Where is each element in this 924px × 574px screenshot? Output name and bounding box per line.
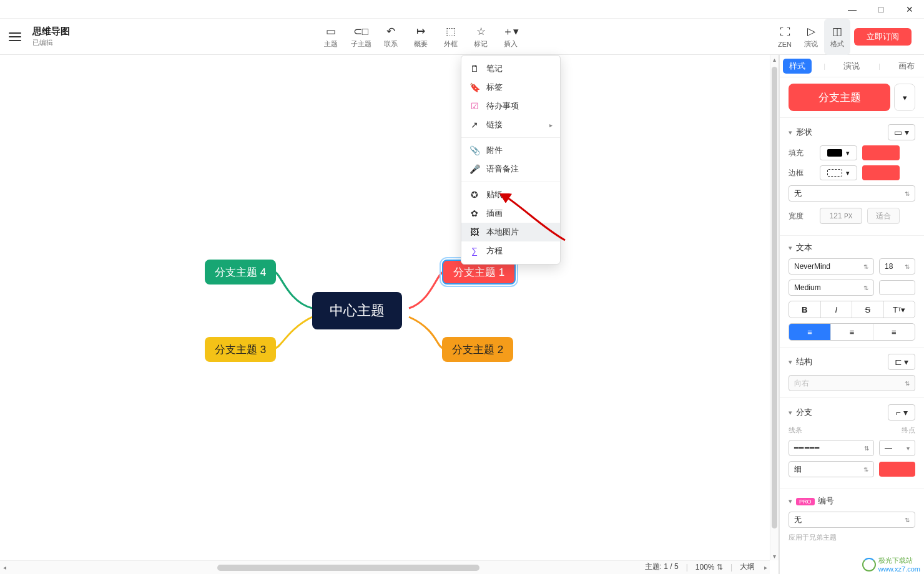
toolbar-insert[interactable]: ＋▾插入 (496, 19, 526, 55)
node-branch-3[interactable]: 分支主题 3 (205, 337, 276, 362)
node-branch-2[interactable]: 分支主题 2 (442, 337, 513, 362)
main-area: 中心主题 分支主题 1 分支主题 2 分支主题 3 分支主题 4 🗒笔记 🔖标签… (0, 55, 924, 574)
note-icon: 🗒 (469, 64, 480, 74)
scroll-down-icon[interactable]: ▾ (770, 552, 779, 560)
textcase-button[interactable]: TT ▾ (884, 301, 915, 318)
italic-button[interactable]: I (821, 301, 853, 318)
toolbar-format[interactable]: ◫格式 (824, 19, 850, 55)
numbering-select[interactable]: 无⇅ (789, 512, 915, 528)
align-left-button[interactable]: ≡ (789, 324, 831, 340)
summary-icon: ↦ (416, 24, 425, 38)
toolbar-subtheme[interactable]: ⊂□子主题 (346, 19, 376, 55)
menu-todo[interactable]: ☑待办事项 (461, 97, 560, 115)
pro-badge: PRO (796, 498, 815, 505)
watermark: 极光下载站www.xz7.com (862, 556, 920, 573)
section-numbering: ▾PRO编号 无⇅ 应用于兄弟主题 (780, 489, 924, 548)
fill-label: 填充 (789, 148, 815, 158)
fit-button[interactable]: 适合 (867, 208, 900, 224)
hscroll-thumb[interactable] (217, 565, 479, 571)
subtopic-icon: ⊂□ (353, 24, 368, 38)
submenu-arrow-icon: ▸ (549, 122, 553, 129)
align-center-button[interactable]: ≡ (831, 324, 873, 340)
window-maximize-button[interactable]: □ (867, 0, 895, 19)
font-weight-select[interactable]: Medium⇅ (789, 280, 874, 296)
fill-color-picker[interactable]: ▾ (820, 145, 857, 160)
menu-sticker[interactable]: ✪贴纸 (461, 185, 560, 204)
font-color-swatch[interactable] (879, 280, 915, 295)
branch-topic-button[interactable]: 分支主题 (789, 84, 890, 111)
status-topic-count: 主题: 1 / 5 (645, 562, 679, 572)
structure-selector[interactable]: ⊏ ▾ (888, 354, 915, 370)
play-icon: ▷ (807, 24, 815, 38)
vscroll-thumb[interactable] (772, 67, 777, 528)
endpoint-select[interactable]: —▾ (879, 440, 915, 456)
watermark-icon (862, 558, 876, 572)
menu-label[interactable]: 🔖标签 (461, 78, 560, 97)
strike-button[interactable]: S (852, 301, 884, 318)
toolbar-marker[interactable]: ☆标记 (466, 19, 496, 55)
line-weight-select[interactable]: 细⇅ (789, 461, 874, 477)
subscribe-button[interactable]: 立即订阅 (854, 28, 912, 46)
illustration-icon: ✿ (469, 208, 480, 218)
marker-icon: ☆ (476, 24, 486, 38)
section-structure: ▾结构 ⊏ ▾ 向右⇅ (780, 348, 924, 398)
menu-notes[interactable]: 🗒笔记 (461, 59, 560, 78)
font-family-select[interactable]: NeverMind⇅ (789, 258, 874, 275)
window-titlebar: — □ ✕ (0, 0, 924, 19)
width-input[interactable]: 121 PX (820, 208, 862, 224)
menu-button[interactable] (0, 32, 30, 41)
text-style-buttons: B I S TT ▾ (789, 301, 915, 318)
node-center[interactable]: 中心主题 (312, 292, 402, 329)
toolbar-relation[interactable]: ↶联系 (376, 19, 406, 55)
vertical-scrollbar[interactable]: ▴ ▾ (770, 55, 779, 560)
scroll-up-icon[interactable]: ▴ (770, 55, 779, 64)
border-style-picker[interactable]: ▾ (820, 165, 857, 180)
tab-canvas[interactable]: 画布 (892, 59, 921, 74)
border-label: 边框 (789, 168, 815, 178)
align-right-button[interactable]: ≡ (873, 324, 915, 340)
border-color-swatch[interactable] (862, 165, 900, 180)
tab-present[interactable]: 演说 (837, 59, 866, 74)
direction-select[interactable]: 向右⇅ (789, 375, 915, 391)
menu-audio[interactable]: 🎤语音备注 (461, 160, 560, 178)
toolbar-summary[interactable]: ↦概要 (406, 19, 436, 55)
document-title-area: 思维导图 已编辑 (30, 26, 70, 47)
horizontal-scrollbar[interactable]: ◂ ▸ 主题: 1 / 5| 100% ⇅| 大纲 (0, 560, 770, 574)
window-close-button[interactable]: ✕ (895, 0, 924, 19)
menu-link[interactable]: ↗链接▸ (461, 115, 560, 134)
font-size-select[interactable]: 18⇅ (879, 258, 915, 275)
shape-selector[interactable]: ▭ ▾ (888, 124, 915, 140)
toolbar-theme[interactable]: ▭主题 (316, 19, 346, 55)
toolbar-zen[interactable]: ⛶ZEN (772, 19, 798, 55)
toolbar-boundary[interactable]: ⬚外框 (436, 19, 466, 55)
document-title: 思维导图 (32, 26, 70, 37)
boundary-icon: ⬚ (446, 24, 456, 38)
menu-attachment[interactable]: 📎附件 (461, 141, 560, 160)
scroll-left-icon[interactable]: ◂ (0, 564, 9, 571)
fill-color-swatch[interactable] (862, 145, 900, 160)
relation-icon: ↶ (386, 24, 395, 38)
toolbar-present[interactable]: ▷演说 (798, 19, 824, 55)
branch-topic-dropdown[interactable]: ▾ (894, 84, 915, 111)
menu-equation[interactable]: ∑方程 (461, 241, 560, 260)
section-text: ▾文本 NeverMind⇅ 18⇅ Medium⇅ B I S TT ▾ ≡ … (780, 236, 924, 348)
menu-illustration[interactable]: ✿插画 (461, 204, 560, 223)
todo-icon: ☑ (469, 101, 480, 111)
line-style-select[interactable]: ━ ━ ━ ━ ━⇅ (789, 440, 874, 456)
border-style-select[interactable]: 无⇅ (789, 185, 915, 202)
insert-dropdown: 🗒笔记 🔖标签 ☑待办事项 ↗链接▸ 📎附件 🎤语音备注 ✪贴纸 ✿插画 🖼本地… (461, 55, 561, 265)
tab-style[interactable]: 样式 (783, 59, 812, 74)
bold-button[interactable]: B (789, 301, 821, 318)
toolbar-center: ▭主题 ⊂□子主题 ↶联系 ↦概要 ⬚外框 ☆标记 ＋▾插入 (70, 19, 772, 55)
menu-local-image[interactable]: 🖼本地图片 (461, 223, 560, 241)
status-zoom[interactable]: 100% ⇅ (695, 563, 723, 572)
scroll-right-icon[interactable]: ▸ (761, 564, 770, 571)
text-align-buttons: ≡ ≡ ≡ (789, 323, 915, 341)
vscroll-track[interactable] (770, 64, 779, 552)
status-outline-toggle[interactable]: 大纲 (740, 562, 755, 572)
branch-shape-selector[interactable]: ⌐ ▾ (888, 404, 915, 421)
node-branch-4[interactable]: 分支主题 4 (205, 260, 276, 285)
window-minimize-button[interactable]: — (838, 0, 867, 19)
branch-color-swatch[interactable] (879, 462, 915, 477)
mindmap-canvas[interactable]: 中心主题 分支主题 1 分支主题 2 分支主题 3 分支主题 4 (0, 55, 779, 574)
